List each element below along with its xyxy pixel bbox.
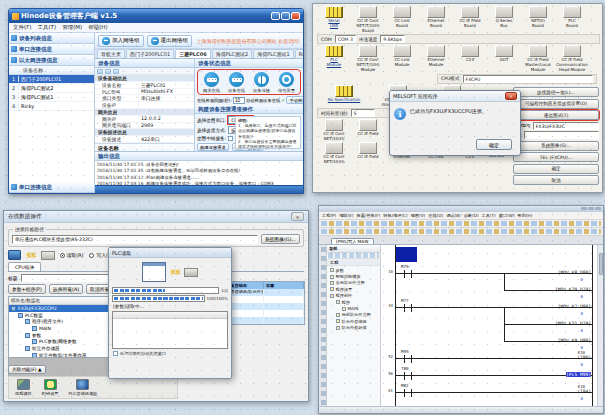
time-check-field[interactable]: 5	[351, 109, 375, 117]
message-ok-button[interactable]: 确定	[476, 139, 512, 150]
contact-symbol[interactable]: M77	[402, 298, 414, 315]
close-button[interactable]	[291, 12, 300, 20]
operation-radio[interactable]: 读取(R)	[60, 252, 84, 258]
ladder-document-tab[interactable]: [PRG]写入 MAIN	[331, 238, 374, 244]
menu-item[interactable]: 编辑(E)	[339, 213, 353, 218]
property-row[interactable]: 网关IP 12.0.0.2	[95, 116, 194, 123]
exit-network-button[interactable]: 退出网络组	[147, 35, 193, 47]
dock-icon-strip[interactable]	[319, 245, 327, 406]
connection-path-list-button[interactable]: 连接路径一览(L)...	[513, 87, 599, 97]
rung-output[interactable]: K10 (T80) 0	[577, 355, 591, 360]
memory-table-row[interactable]	[224, 310, 304, 317]
property-page-icon[interactable]	[113, 69, 119, 74]
ladder-rung[interactable]: [MOV K29 D79] 0	[381, 281, 593, 298]
manual-check-button[interactable]: 手动检测设备在线	[286, 96, 303, 104]
scrollbar-thumb[interactable]	[599, 253, 603, 275]
sort-az-icon[interactable]	[105, 69, 111, 74]
menu-item[interactable]: 转换/编译(C)	[383, 213, 407, 218]
contact-symbol[interactable]: M79	[402, 264, 414, 281]
com-port-field[interactable]: COM 3	[335, 35, 356, 43]
menu-item[interactable]: 窗口(W)	[499, 213, 515, 218]
interface-option[interactable]: CC-Link Board	[385, 6, 419, 29]
system-image-button[interactable]: 系统图像(G)...	[513, 141, 599, 151]
device-tab[interactable]: 三菱PLC06	[175, 49, 210, 58]
ladder-rung[interactable]: 52 M99 K10 (T80) 0	[381, 349, 593, 366]
build-channel-button[interactable]: 构建连接通道	[197, 143, 229, 151]
coexistence-route-option[interactable]: CC IE Field	[351, 142, 385, 165]
auto-close-checkbox[interactable]	[113, 351, 118, 356]
device-tab[interactable]: Ricky	[295, 49, 303, 58]
cancel-button[interactable]: 取消	[513, 175, 599, 185]
coexistence-route-option[interactable]: CC IE Cont NET/10(H)	[317, 142, 351, 165]
promo-link[interactable]: 上海海得控制系统股份有限公司网站 欢迎访问!	[196, 38, 300, 44]
related-functions-button[interactable]: 关联功能(F) ▲	[8, 365, 46, 374]
selection-button[interactable]: 选择所有(A)	[49, 284, 83, 294]
ladder-rung[interactable]: 61 M82 K10 (T84) 0	[381, 383, 593, 400]
contact-symbol[interactable]: T80	[402, 366, 414, 383]
property-row[interactable]: 设备描述信息	[95, 129, 194, 136]
rung-output[interactable]: [PLS M99]	[566, 372, 591, 377]
ladder-rung[interactable]: [MOV K21 D79] 0	[381, 315, 593, 332]
plc-interface-option[interactable]: CC-Link Module	[385, 45, 419, 68]
contact-symbol[interactable]: M99	[402, 349, 414, 366]
plc-interface-option[interactable]: CC IE Field Master/Local Module	[521, 45, 555, 72]
categorize-icon[interactable]	[97, 69, 103, 74]
ladder-rung[interactable]: [MOV K9 D80] 0	[381, 332, 593, 349]
memory-table-row[interactable]: 程序存储器/软元件存储器	[224, 289, 304, 296]
toolbar-row-1[interactable]	[319, 220, 603, 228]
memory-table-row[interactable]	[224, 303, 304, 310]
dialog-title-bar[interactable]: 在线数据操作 ×	[4, 211, 308, 223]
ladder-rung[interactable]: 56 T80 [PLS M99]	[381, 366, 593, 383]
device-tab[interactable]: 西门子200PLC01	[126, 49, 174, 58]
rung-output[interactable]: K10 (T84) 0	[577, 389, 591, 394]
project-tree-item[interactable]: 软元件初始值	[327, 325, 380, 331]
sidebar-bottom-section[interactable]: 串口连接信息	[9, 182, 94, 193]
interval-input[interactable]	[233, 97, 245, 104]
property-row[interactable]: 设备基础信息	[95, 75, 194, 82]
rung-output[interactable]: [MOV K7 D80] 0	[558, 304, 591, 309]
menu-item[interactable]: 工程(P)	[322, 213, 336, 218]
project-root-item[interactable]: 工程	[327, 259, 380, 266]
menu-item[interactable]: 调试(B)	[446, 213, 461, 218]
rung-output[interactable]: [MOV K8 D80] 0	[558, 270, 591, 275]
join-network-button[interactable]: 加入网络组	[98, 35, 144, 47]
ladder-rung[interactable]: 44 M77 [MOV K7 D80] 0	[381, 298, 593, 315]
menu-item[interactable]: 文件(F)	[13, 24, 31, 31]
network-route-option[interactable]: CC IE Cont NET/10(H)	[317, 119, 351, 142]
plc-interface-option[interactable]: Ethernet Module	[419, 45, 453, 68]
menu-item[interactable]: 在线(O)	[428, 213, 443, 218]
device-row[interactable]: 1 西门子200PLC01	[9, 75, 94, 84]
menu-item[interactable]: 帮助(H)	[518, 213, 533, 218]
progress-title-bar[interactable]: PLC读取	[109, 248, 231, 258]
ladder-rung[interactable]: 10 M79 [MOV K8 D80] 0	[381, 264, 593, 281]
property-row[interactable]: 接口类型 串口连接	[95, 95, 194, 102]
property-row[interactable]: 设备IP	[95, 102, 194, 109]
station-option[interactable]: No Specification	[317, 85, 371, 103]
minimize-button[interactable]	[271, 12, 280, 20]
ladder-cursor-cell[interactable]	[396, 247, 417, 262]
menu-item[interactable]: 工具(T)	[37, 24, 56, 31]
rung-output[interactable]: [MOV K21 D79] 0	[555, 321, 591, 326]
interface-option[interactable]: Serial USB	[317, 6, 351, 29]
communication-test-button[interactable]: 通信测试(T)	[513, 110, 599, 120]
plc-interface-option[interactable]: CC IE Field Communication Head Module	[555, 45, 589, 72]
menu-item[interactable]: 帮助(H)	[88, 24, 107, 31]
property-row[interactable]: PLC型号 Mitsubishi-FX	[95, 89, 194, 96]
ok-button[interactable]: 确定	[513, 164, 599, 174]
close-icon[interactable]: ×	[505, 92, 517, 100]
rung-output[interactable]: [MOV K9 D80] 0	[558, 338, 591, 343]
auto-check-mark[interactable]: ✓	[281, 97, 285, 103]
cpu-module-tab[interactable]: CPU模块	[8, 262, 41, 271]
toolbar-row-2[interactable]	[319, 228, 603, 236]
close-icon[interactable]: ×	[291, 212, 304, 221]
sidebar-section-header[interactable]: 串口连接信息	[9, 44, 94, 55]
memory-table-row[interactable]	[224, 317, 304, 324]
related-function-item[interactable]: 时钟设置	[42, 379, 59, 396]
interface-option[interactable]: NET(II) Board	[521, 6, 555, 29]
selection-button[interactable]: 参数+程序(P)	[8, 284, 46, 294]
property-row[interactable]: 网关通讯端口 2989	[95, 123, 194, 130]
device-tab[interactable]: 海得PLC测试2	[212, 49, 252, 58]
device-row[interactable]: 3 海得PLC测试1	[9, 93, 94, 102]
property-row[interactable]: 设备名称 三菱PLC01	[95, 82, 194, 89]
contact-symbol[interactable]: M82	[402, 383, 414, 400]
